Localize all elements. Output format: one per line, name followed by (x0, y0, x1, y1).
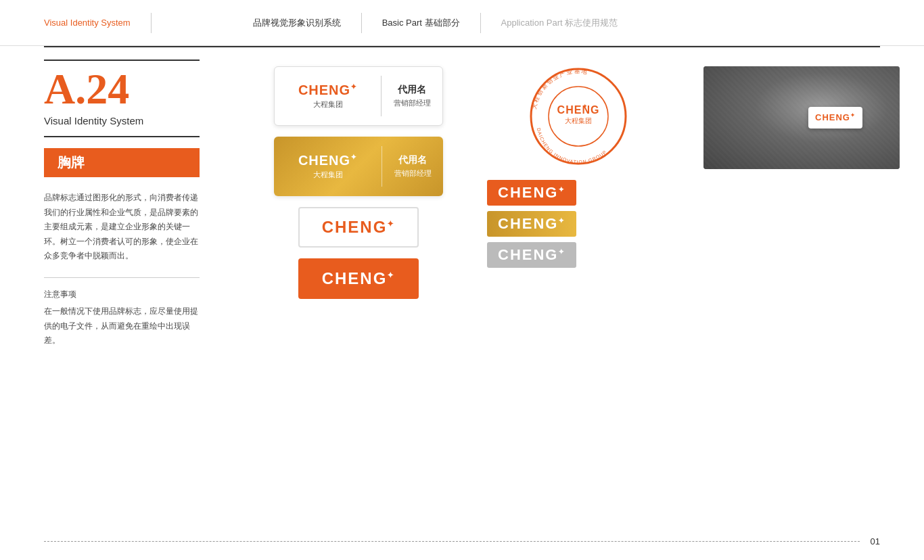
top-navigation: Visual Identity System 品牌视觉形象识别系统 Basic … (0, 0, 924, 46)
badge-pin-cheng-text: CHENG✦ (815, 112, 856, 122)
proxy-name-gold: 代用名 (398, 154, 427, 166)
badge-gold-info: 代用名 营销部经理 (382, 154, 443, 179)
cheng-v-text-gold: CHENG✦ (498, 215, 565, 232)
plus-sup-gray: ✦ (558, 248, 565, 256)
cheng-variant-orange: CHENG✦ (487, 180, 576, 206)
badge-white-cheng-text: CHENG✦ (298, 83, 357, 98)
plus-sup-orange: ✦ (558, 185, 565, 193)
plus-icon-white: ✦ (387, 219, 395, 229)
badge-white-info: 代用名 营销部经理 (382, 84, 442, 108)
nav-divider-1 (151, 13, 152, 33)
footer: 01 (44, 536, 880, 546)
c-pin: C (815, 113, 822, 123)
page-number: A.24 (44, 68, 220, 111)
svg-point-1 (549, 87, 608, 146)
cheng-box-white: CHENG✦ (298, 207, 419, 248)
right-far-column: CHENG✦ (703, 46, 900, 519)
plus-sup-gold: ✦ (558, 216, 565, 225)
c-letter: C (298, 83, 308, 97)
nav-vis-identity: Visual Identity System (44, 18, 151, 28)
badge-gold-cn: 大程集团 (313, 170, 343, 180)
badge-white-logo: CHENG✦ 大程集团 (275, 76, 381, 116)
right-column: 大程创新创业产业基地 DAICHENG INNOVATION GROUP CHE… (473, 46, 683, 519)
cheng-orange-text: CHENG✦ (322, 269, 396, 288)
main-content: CHENG✦ 大程集团 代用名 营销部经理 CHENG✦ 大程集团 代用名 营销… (264, 46, 880, 519)
plus-icon-orange: ✦ (387, 271, 395, 280)
badge-gold: CHENG✦ 大程集团 代用名 营销部经理 (274, 137, 443, 196)
circle-badge-container: 大程创新创业产业基地 DAICHENG INNOVATION GROUP CHE… (528, 66, 628, 166)
cheng-variant-gold: CHENG✦ (487, 211, 576, 237)
badge-white-cn: 大程集团 (313, 99, 343, 110)
nav-app-part: Application Part 标志使用规范 (481, 17, 639, 29)
note-text: 在一般情况下使用品牌标志，应尽量使用提供的电子文件，从而避免在重绘中出现误差。 (44, 304, 200, 348)
footer-dashed-line (44, 541, 860, 542)
c-letter-gold: C (298, 153, 308, 168)
plus-icon-gold: ✦ (350, 153, 357, 161)
cheng-v-text-orange: CHENG✦ (498, 184, 565, 201)
cheng-variants: CHENG✦ CHENG✦ CHENG✦ (473, 180, 683, 268)
note-title: 注意事项 (44, 289, 220, 300)
suit-photo: CHENG✦ (703, 66, 900, 169)
description-text: 品牌标志通过图形化的形式，向消费者传递我们的行业属性和企业气质，是品牌要素的主要… (44, 191, 200, 264)
nav-brand-cn: 品牌视觉形象识别系统 (233, 17, 361, 29)
svg-text:✦: ✦ (582, 103, 588, 110)
circle-svg: 大程创新创业产业基地 DAICHENG INNOVATION GROUP CHE… (528, 66, 628, 166)
sidebar-bottom-line (44, 277, 200, 278)
section-badge: 胸牌 (44, 148, 200, 177)
proxy-title-white: 营销部经理 (394, 98, 431, 108)
badge-gold-logo: CHENG✦ 大程集团 (274, 146, 382, 187)
cheng-variant-gray: CHENG✦ (487, 242, 576, 268)
proxy-title-gold: 营销部经理 (394, 168, 432, 179)
footer-page-number: 01 (871, 536, 880, 546)
sidebar: A.24 Visual Identity System 胸牌 品牌标志通过图形化… (44, 46, 220, 348)
vis-identity-label: Visual Identity System (44, 115, 220, 126)
plus-pin: ✦ (850, 112, 856, 118)
badge-gold-cheng-text: CHENG✦ (298, 153, 357, 168)
plus-icon: ✦ (350, 83, 357, 91)
cheng-white-text: CHENG✦ (322, 218, 396, 237)
center-column: CHENG✦ 大程集团 代用名 营销部经理 CHENG✦ 大程集团 代用名 营销… (264, 46, 453, 519)
badge-pin: CHENG✦ (808, 107, 862, 129)
svg-text:大程集团: 大程集团 (565, 117, 592, 124)
svg-text:CHENG: CHENG (557, 104, 600, 116)
cheng-v-text-gray: CHENG✦ (498, 246, 565, 263)
nav-basic-part: Basic Part 基础部分 (362, 17, 480, 29)
svg-text:DAICHENG INNOVATION GROUP: DAICHENG INNOVATION GROUP (536, 127, 607, 164)
cheng-box-orange: CHENG✦ (298, 258, 419, 299)
sidebar-top-line (44, 60, 200, 61)
badge-white: CHENG✦ 大程集团 代用名 营销部经理 (274, 66, 443, 126)
proxy-name-white: 代用名 (398, 84, 426, 96)
sidebar-mid-line (44, 136, 200, 137)
